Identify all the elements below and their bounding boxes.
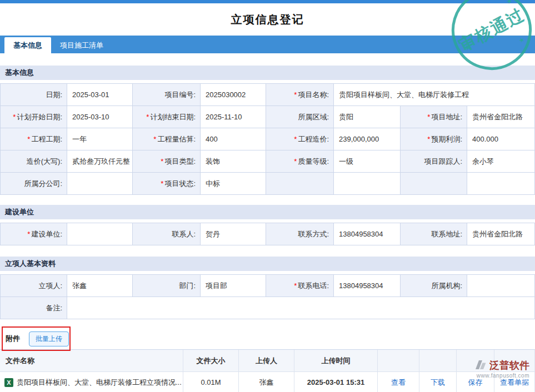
batch-upload-button[interactable]: 批量上传 (29, 331, 69, 346)
field-label: 所属机构: (401, 275, 467, 297)
attachment-file-size: 0.01M (183, 372, 239, 392)
field-value: 贰拾叁万玖仟元整 (67, 150, 133, 173)
tab-construction-list[interactable]: 项目施工清单 (51, 37, 112, 53)
field-label-text: 工程造价: (298, 134, 329, 144)
section-header-construction-unit: 建设单位 (0, 205, 535, 219)
field-label-text: 联系人: (172, 229, 196, 239)
field-value (467, 173, 535, 195)
field-value (334, 173, 401, 195)
field-label: 部门: (133, 275, 201, 297)
field-label: *项目名称: (266, 84, 334, 106)
field-label: *预期利润: (401, 128, 467, 150)
section-header-basic-info: 基本信息 (0, 66, 535, 80)
attachment-action-link[interactable]: 下载 (431, 378, 445, 388)
field-label-text: 工程量估算: (157, 134, 196, 144)
project-registration-page: 立项信息登记 审核通过 ★ ★ ★ 基本信息 项目施工清单 基本信息 日期:20… (0, 0, 535, 392)
field-value (67, 173, 133, 195)
required-asterisk: * (27, 135, 30, 143)
field-label: 造价(大写): (1, 150, 67, 173)
field-label-text: 计划开始日期: (17, 112, 62, 122)
required-asterisk: * (294, 282, 297, 290)
field-label (401, 173, 467, 195)
field-label-text: 联系电话: (298, 281, 329, 291)
field-label-text: 联系地址: (431, 229, 462, 239)
field-label-text: 项目地址: (431, 112, 462, 122)
field-value: 项目部 (201, 275, 266, 297)
field-label-text: 备注: (46, 303, 62, 313)
field-label: *项目状态: (133, 173, 201, 195)
field-label-text: 建设单位: (31, 229, 62, 239)
attachment-action-cell: 查看 (378, 372, 419, 392)
field-value: 2025-03-01 (67, 84, 133, 106)
page-title: 立项信息登记 (231, 12, 304, 27)
field-label: 联系地址: (401, 223, 467, 245)
required-asterisk: * (161, 157, 163, 165)
field-value: 一年 (67, 128, 133, 150)
attachment-table: 文件名称文件大小上传人上传时间X贵阳项目样板间、大堂、电梯厅装修工程立项情况..… (0, 349, 535, 392)
field-label: *联系电话: (266, 275, 334, 297)
field-value: 13804958304 (334, 223, 401, 245)
field-value: 贺丹 (201, 223, 266, 245)
required-asterisk: * (13, 113, 16, 121)
attachment-action-link[interactable]: 保存 (468, 378, 483, 388)
field-label: 项目跟踪人: (401, 150, 467, 173)
attachment-action-cell: 下载 (419, 372, 457, 392)
field-label: *工程工期: (1, 128, 67, 150)
field-label-text: 质量等级: (298, 157, 329, 167)
field-value: 贵阳 (334, 106, 401, 128)
required-asterisk: * (27, 230, 30, 238)
field-label: 联系方式: (266, 223, 334, 245)
field-label: 备注: (1, 297, 67, 319)
field-value: 2025-03-10 (67, 106, 133, 128)
tab-basic-info[interactable]: 基本信息 (4, 37, 51, 53)
field-label: 所属区域: (266, 106, 334, 128)
field-value: 装饰 (201, 150, 266, 173)
field-label-text: 项目类型: (164, 157, 196, 167)
field-label-text: 所属分公司: (24, 179, 62, 189)
field-value: 张鑫 (67, 275, 133, 297)
field-label: *工程量估算: (133, 128, 201, 150)
section-header-initiator: 立项人基本资料 (0, 257, 535, 271)
field-label-text: 部门: (179, 281, 196, 291)
field-label-text: 项目编号: (164, 90, 196, 100)
attachment-column-header (419, 350, 457, 372)
initiator-table: 立项人:张鑫部门:项目部*联系电话:13804958304所属机构:备注: (0, 274, 535, 319)
attachment-section-title: 附件 (6, 334, 20, 344)
field-value: 贵州省金阳北路 (467, 223, 535, 245)
required-asterisk: * (146, 113, 149, 121)
field-label-text: 项目状态: (164, 179, 196, 189)
field-label: *建设单位: (1, 223, 67, 245)
field-label: *计划结束日期: (133, 106, 201, 128)
field-value: 400.000 (467, 128, 535, 150)
field-label-text: 日期: (46, 90, 62, 100)
attachment-upload-time: 2025-03-01 15:31 (294, 372, 378, 392)
tab-bar: 基本信息 项目施工清单 (0, 36, 535, 53)
attachment-file-name-text: 贵阳项目样板间、大堂、电梯厅装修工程立项情况... (17, 378, 182, 388)
attachment-toolbar: 附件 批量上传 (0, 328, 535, 349)
field-label: 所属分公司: (1, 173, 67, 195)
attachment-action-link[interactable]: 查看 (391, 378, 406, 388)
field-value: 贵州省金阳北路 (467, 106, 535, 128)
attachment-column-header: 上传时间 (294, 350, 378, 372)
field-value: 13804958304 (334, 275, 401, 297)
field-label: *项目类型: (133, 150, 201, 173)
field-label-text: 造价(大写): (27, 157, 62, 167)
attachment-column-header: 文件名称 (0, 350, 183, 372)
field-label: 日期: (1, 84, 67, 106)
attachment-file-name: X贵阳项目样板间、大堂、电梯厅装修工程立项情况... (0, 372, 183, 392)
field-value (67, 297, 535, 319)
attachment-column-header: 上传人 (239, 350, 294, 372)
attachment-uploader: 张鑫 (239, 372, 294, 392)
required-asterisk: * (294, 135, 297, 143)
field-value: 2025-11-10 (201, 106, 266, 128)
field-value: 一级 (334, 150, 401, 173)
required-asterisk: * (427, 113, 430, 121)
field-label-text: 所属区域: (298, 112, 329, 122)
field-label-text: 项目名称: (298, 90, 329, 100)
field-label-text: 项目跟踪人: (424, 157, 462, 167)
attachment-action-link[interactable]: 查看单据 (500, 378, 529, 388)
attachment-column-header: 文件大小 (183, 350, 239, 372)
field-value: 余小琴 (467, 150, 535, 173)
field-label (266, 173, 334, 195)
field-label: *项目地址: (401, 106, 467, 128)
